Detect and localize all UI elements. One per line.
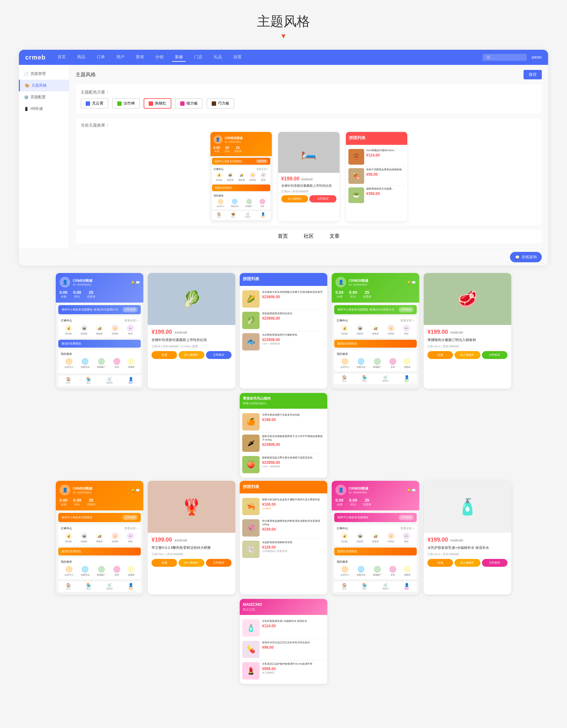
pink-product-image: 🧴 [424, 481, 511, 533]
pink-collect-btn[interactable]: 收藏 [428, 559, 453, 567]
sidebar-item-theme-style[interactable]: 🎨 主题风格 [19, 80, 69, 91]
theme-option-green[interactable]: 法竹禅 [112, 98, 140, 109]
title-arrow: ▼ [0, 32, 567, 40]
buy-now-button[interactable]: 立即购买 [309, 195, 337, 202]
bottom-nav-preview: 首页 社区 文章 [76, 229, 542, 243]
choc-color-dot [212, 101, 216, 106]
nav-item-customer[interactable]: 客情 [133, 53, 146, 62]
green-theme-product: 🥩 ¥199.00 ¥100.00 厚脯猪肉火腿肠三明治入锅食材 已售140人 … [424, 273, 511, 389]
theme-color-section: 主题配色方案： 无云霄 法竹禅 热辣红 [76, 84, 542, 114]
blue-theme-product: 🥬 ¥199.00 ¥100.00 全棉针织亲肤仿素颜新上市性价比高 已售34 … [148, 273, 235, 389]
nav-item-distribution[interactable]: 分销 [153, 53, 166, 62]
bottom-nav-home: 首页 [278, 233, 288, 240]
green-cart-btn[interactable]: 加入购物车 [455, 351, 480, 359]
h5-icon: 📱 [24, 107, 29, 111]
nav-items: 首页 商品 订单 用户 客情 分销 装修 门店 礼品 设置 [55, 53, 483, 62]
orange-buy-btn[interactable]: 立即购买 [206, 559, 231, 567]
pink-theme-product: 🧴 ¥199.00 ¥100.00 水乳护肤套装乳液+水磁精补水 保湿补水 已售… [424, 481, 511, 594]
main-header: 主题风格 保存 [76, 70, 542, 79]
blue-buy-btn[interactable]: 立即购买 [206, 351, 231, 359]
bottom-nav-article: 文章 [330, 233, 340, 240]
pink-color-dot [180, 101, 184, 106]
orange-theme-personal: 👤 CRMEB商城ID: 400000001 🔔 ✉️ 0.00余额 0.00积… [56, 481, 143, 594]
pink-cart-btn[interactable]: 加入购物车 [455, 559, 480, 567]
preview-userid: ID: 400000001 [225, 140, 243, 143]
pink-buy-btn[interactable]: 立即购买 [482, 559, 508, 567]
theme-options: 无云霄 法竹禅 热辣红 镭力板 [81, 98, 537, 109]
admin-body: 📄 页面管理 🎨 主题风格 ⚙️ 页面配置 📱 H5作成 [19, 65, 548, 248]
nav-item-gift[interactable]: 礼品 [211, 53, 224, 62]
preview-phones: 👤 CRMEB商城 ID: 400000001 0.00余额 20积分 [81, 132, 537, 221]
green-buy-btn[interactable]: 立即购买 [482, 351, 508, 359]
green-theme-groupbuy: 零添加毛毛山猪肉 静香口续满20减15 🍊 当季水果高清橙子乐多多幸运包装¥19… [240, 393, 327, 478]
add-cart-button[interactable]: 加入购物车 [281, 195, 309, 202]
nav-item-settings[interactable]: 设置 [231, 53, 244, 62]
sidebar-item-page-manage[interactable]: 📄 页面管理 [19, 68, 69, 80]
red-color-dot [149, 101, 153, 106]
sidebar-item-page-config[interactable]: ⚙️ 页面配置 [19, 91, 69, 103]
green-color-dot [117, 101, 122, 106]
theme-option-blue[interactable]: 无云霄 [81, 98, 108, 109]
main-title: 主题风格 [76, 71, 96, 78]
orange-theme-groupbuy: 拼团列表 🦐 新鲜大虾活虾礼盒盒装大濑鱼牛肉特大龙大黄鱼特品¥108.001+3… [240, 481, 327, 594]
blue-theme-groupbuy: 拼团列表 🌽 东北食材大米头米拼脱黏玉米棒子豆粉结黏粘花米真空¥23908.00… [240, 273, 327, 389]
save-button[interactable]: 保存 [524, 70, 542, 79]
theme-style-icon: 🎨 [25, 83, 30, 88]
preview-product-image: 🛏️ [278, 132, 340, 173]
theme-option-pink[interactable]: 镭力板 [175, 98, 203, 109]
chat-icon: 💬 [515, 255, 520, 259]
preview-label: 当前主题效果： [81, 122, 537, 128]
orange-product-image: 🦞 [148, 481, 235, 533]
nav-item-orders[interactable]: 订单 [94, 53, 107, 62]
preview-personal-center: 👤 CRMEB商城 ID: 400000001 0.00余额 20积分 [210, 132, 272, 221]
blue-cart-btn[interactable]: 加入购物车 [179, 351, 204, 359]
pink-theme-groupbuy: MAIZCHO 恒之口红 🧴 水乳护肤套装乳液+水磁精补水 保湿补水¥124.0… [240, 599, 327, 684]
preview-section: 当前主题效果： 👤 CRMEB商城 ID: 400000001 [76, 119, 542, 225]
orange-collect-btn[interactable]: 收藏 [151, 559, 177, 567]
theme-option-red[interactable]: 热辣红 [144, 98, 171, 109]
admin-logo: crmeb [25, 54, 46, 61]
blue-theme-personal: 👤 CRMEB商城ID: 400000001 🔔 ✉️ 0.00余额 0.00积… [56, 273, 143, 389]
search-input[interactable] [483, 54, 527, 61]
admin-main-content: 主题风格 保存 主题配色方案： 无云霄 法竹禅 [69, 65, 548, 248]
theme-option-chocolate[interactable]: 巧力板 [207, 98, 234, 109]
preview-username: CRMEB商城 [225, 136, 243, 140]
pink-theme-personal: 👤 CRMEB商城ID: 400000001 🔔 ✉️ 0.00余额 0.00积… [332, 481, 419, 594]
nav-item-decoration[interactable]: 装修 [172, 53, 185, 62]
nav-item-home[interactable]: 首页 [55, 53, 68, 62]
nav-item-products[interactable]: 商品 [75, 53, 88, 62]
page-title: 主题风格 [0, 13, 567, 30]
blue-color-dot [86, 101, 90, 106]
green-collect-btn[interactable]: 收藏 [428, 351, 453, 359]
page-config-icon: ⚙️ [24, 95, 29, 100]
theme-label: 主题配色方案： [81, 89, 537, 95]
orange-theme-product: 🦞 ¥199.00 ¥100.00 帝王蟹4.0-2.8餐利鱼零鲜活热特大螃蟹 … [148, 481, 235, 594]
preview-group-buy: 拼团列表 🏺 2019零颜品钉量杯200ml... ¥124.60 [346, 132, 407, 221]
themes-showcase-row2: 👤 CRMEB商城ID: 400000001 🔔 ✉️ 0.00余额 0.00积… [13, 481, 554, 684]
sidebar-item-h5[interactable]: 📱 H5作成 [19, 103, 69, 115]
page-manage-icon: 📄 [24, 72, 29, 76]
green-product-image: 🥩 [424, 273, 511, 325]
blue-product-image: 🥬 [148, 273, 235, 325]
green-theme-personal: 👤 CRMEB商城ID: 400000001 🔔 ✉️ 0.00余额 0.00积… [332, 273, 419, 389]
blue-collect-btn[interactable]: 收藏 [151, 351, 177, 359]
nav-item-store[interactable]: 门店 [192, 53, 205, 62]
preview-product-detail: 🛏️ ¥199.00 ¥100.00 全棉针织亲肤仿素颜新上市性价比高 已售34… [278, 132, 340, 221]
admin-sidebar: 📄 页面管理 🎨 主题风格 ⚙️ 页面配置 📱 H5作成 [19, 65, 69, 248]
themes-showcase-row1: 👤 CRMEB商城ID: 400000001 🔔 ✉️ 0.00余额 0.00积… [13, 273, 554, 478]
nav-item-users[interactable]: 用户 [114, 53, 127, 62]
bottom-nav-community: 社区 [304, 233, 314, 240]
online-consult-button[interactable]: 💬 在线咨询 [510, 252, 542, 262]
orange-cart-btn[interactable]: 加入购物车 [179, 559, 204, 567]
nav-user: admin [531, 55, 542, 60]
admin-navbar: crmeb 首页 商品 订单 用户 客情 分销 装修 门店 礼品 设置 admi… [19, 50, 548, 65]
